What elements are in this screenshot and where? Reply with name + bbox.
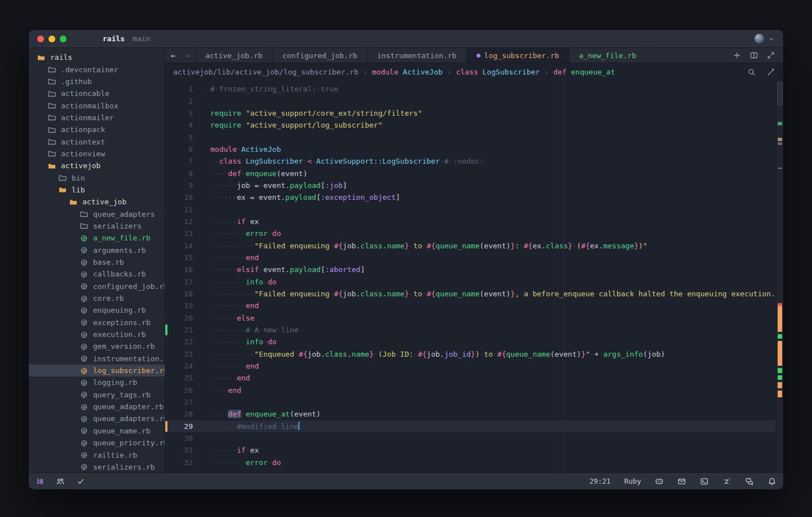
code-line-21[interactable]: 21········#·A·new·line [165, 324, 783, 336]
code-line-12[interactable]: 12······if·ex [165, 216, 783, 227]
code-line-30[interactable]: 30 [165, 432, 783, 444]
code-line-2[interactable]: 2 [165, 95, 783, 107]
code-line-3[interactable]: 3require·"active_support/core_ext/string… [165, 107, 783, 119]
code-line-22[interactable]: 22········info·do [165, 336, 783, 348]
tree-item-activejob[interactable]: activejob [29, 160, 165, 172]
collaboration-icon[interactable] [56, 477, 65, 486]
breadcrumb-segment[interactable]: activejob/lib/active_job/log_subscriber.… [173, 68, 359, 76]
check-icon[interactable] [76, 477, 85, 486]
code-line-8[interactable]: 8····def·enqueue(event) [165, 167, 783, 179]
breadcrumb-segment[interactable]: ActiveJob [403, 68, 442, 76]
code-line-31[interactable]: 31······if·ex [165, 444, 783, 456]
chat-icon[interactable] [745, 477, 754, 486]
tree-item-query_tags.rb[interactable]: query_tags.rb [29, 389, 165, 401]
code-line-29[interactable]: 29······#modified·line [165, 420, 783, 432]
tree-item-bin[interactable]: bin [29, 172, 165, 183]
tree-item-actionpack[interactable]: actionpack [29, 124, 165, 135]
tree-item-queue_adapters.rb[interactable]: queue_adapters.rb [29, 413, 165, 424]
nav-forward-button[interactable]: → [184, 51, 189, 60]
chevron-down-icon[interactable] [767, 35, 775, 43]
tree-item-queue_name.rb[interactable]: queue_name.rb [29, 425, 165, 437]
tab-active_job.rb[interactable]: active_job.rb [196, 48, 273, 63]
terminal-icon[interactable] [700, 477, 709, 486]
tree-item-callbacks.rb[interactable]: callbacks.rb [29, 268, 165, 280]
tree-item-arguments.rb[interactable]: arguments.rb [29, 244, 165, 256]
code-line-1[interactable]: 1#·frozen_string_literal:·true [165, 83, 783, 95]
breadcrumb-segment[interactable]: enqueue_at [571, 68, 615, 76]
tree-item-configured_job.rb[interactable]: configured_job.rb [29, 281, 165, 292]
code-line-23[interactable]: 23··········"Enqueued·#{job.class.name}·… [165, 348, 783, 360]
breadcrumb-segment[interactable]: LogSubscriber [483, 68, 540, 76]
wand-icon[interactable] [766, 68, 775, 77]
code-line-25[interactable]: 25······end [165, 372, 783, 384]
copilot-icon[interactable] [655, 477, 664, 486]
code-line-9[interactable]: 9······job·=·event.payload[:job] [165, 179, 783, 191]
tree-item-queue_adapters[interactable]: queue_adapters [29, 208, 165, 220]
code-line-10[interactable]: 10······ex·=·event.payload[:exception_ob… [165, 191, 783, 203]
tree-item-execution.rb[interactable]: execution.rb [29, 328, 165, 340]
git-branch-label[interactable]: main [133, 34, 150, 43]
code-line-26[interactable]: 26····end [165, 384, 783, 396]
tree-item-rails[interactable]: rails [29, 51, 165, 63]
avatar[interactable] [754, 34, 764, 43]
language-selector[interactable]: Ruby [624, 477, 641, 485]
tree-item-active_job[interactable]: active_job [29, 196, 165, 208]
code-line-27[interactable]: 27 [165, 396, 783, 408]
code-line-20[interactable]: 20······else [165, 312, 783, 324]
breadcrumb-segment[interactable]: class [456, 68, 478, 76]
close-window-button[interactable] [37, 36, 44, 42]
breadcrumb-segment[interactable]: module [372, 68, 399, 76]
code-line-18[interactable]: 18··········"Failed·enqueuing·#{job.clas… [165, 288, 783, 300]
tree-item-base.rb[interactable]: base.rb [29, 256, 165, 268]
breadcrumb-segment[interactable]: def [553, 68, 566, 76]
tab-instrumentation.rb[interactable]: instrumentation.rb [368, 48, 467, 63]
code-line-7[interactable]: 7··class·LogSubscriber·<·ActiveSupport::… [165, 155, 783, 167]
tree-item-serializers.rb[interactable]: serializers.rb [29, 461, 165, 472]
tree-item-actionview[interactable]: actionview [29, 148, 165, 160]
code-line-14[interactable]: 14··········"Failed·enqueuing·#{job.clas… [165, 239, 783, 251]
scrollbar-thumb[interactable] [777, 82, 783, 106]
tab-a_new_file.rb[interactable]: a_new_file.rb [570, 48, 647, 63]
code-line-15[interactable]: 15········end [165, 252, 783, 264]
tree-item-logging.rb[interactable]: logging.rb [29, 376, 165, 388]
tree-item-exceptions.rb[interactable]: exceptions.rb [29, 317, 165, 328]
search-icon[interactable] [747, 68, 756, 77]
tree-item-actiontext[interactable]: actiontext [29, 135, 165, 147]
code-line-4[interactable]: 4require·"active_support/log_subscriber" [165, 119, 783, 131]
code-line-17[interactable]: 17········info·do [165, 276, 783, 288]
code-line-6[interactable]: 6module·ActiveJob [165, 143, 783, 155]
split-icon[interactable] [749, 51, 758, 60]
tab-configured_job.rb[interactable]: configured_job.rb [273, 48, 368, 63]
tree-item-log_subscriber.rb[interactable]: log_subscriber.rb [29, 365, 165, 376]
expand-icon[interactable] [766, 51, 775, 60]
tab-log_subscriber.rb[interactable]: log_subscriber.rb [467, 48, 570, 63]
tree-item-.github[interactable]: .github [29, 76, 165, 87]
tree-item-lib[interactable]: lib [29, 184, 165, 196]
plus-icon[interactable] [732, 51, 742, 60]
minimize-window-button[interactable] [48, 36, 55, 42]
tree-item-actionmailer[interactable]: actionmailer [29, 112, 165, 124]
nav-back-button[interactable]: ← [171, 51, 175, 60]
code-line-24[interactable]: 24········end [165, 360, 783, 372]
tree-item-serializers[interactable]: serializers [29, 220, 165, 232]
code-line-16[interactable]: 16······elsif·event.payload[:aborted] [165, 264, 783, 275]
code-line-5[interactable]: 5 [165, 131, 783, 143]
code-line-19[interactable]: 19········end [165, 300, 783, 312]
project-title[interactable]: rails [103, 34, 125, 43]
code-line-32[interactable]: 32········error·do [165, 457, 783, 468]
zoom-window-button[interactable] [60, 36, 67, 42]
tree-item-actionmailbox[interactable]: actionmailbox [29, 99, 165, 111]
editor-scrollbar[interactable] [776, 81, 783, 472]
tree-item-a_new_file.rb[interactable]: a_new_file.rb [29, 232, 165, 244]
tree-item-gem_version.rb[interactable]: gem_version.rb [29, 340, 165, 352]
tree-item-instrumentation.rb[interactable]: instrumentation.rb [29, 353, 165, 365]
tree-item-.devcontainer[interactable]: .devcontainer [29, 63, 165, 75]
tree-item-enqueuing.rb[interactable]: enqueuing.rb [29, 304, 165, 316]
code-line-11[interactable]: 11 [165, 203, 783, 215]
bell-icon[interactable] [767, 477, 776, 486]
project-panel-icon[interactable] [36, 477, 45, 486]
tree-item-actioncable[interactable]: actioncable [29, 87, 165, 99]
code-editor[interactable]: 1#·frozen_string_literal:·true23require·… [165, 81, 783, 472]
cursor-position[interactable]: 29:21 [589, 477, 611, 485]
tree-item-queue_priority.rb[interactable]: queue_priority.rb [29, 437, 165, 449]
